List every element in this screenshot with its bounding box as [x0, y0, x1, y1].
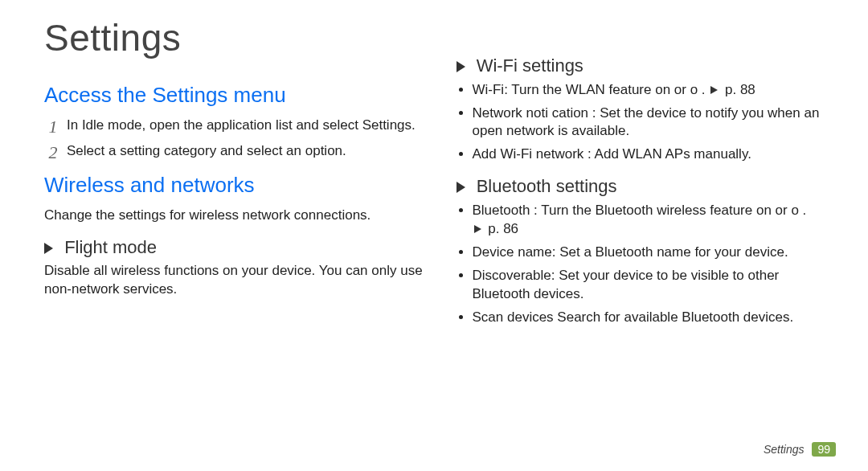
step-text: In Idle mode, open the application list …: [67, 117, 416, 133]
left-column: Settings Access the Settings menu 1 In I…: [44, 16, 424, 447]
bluetooth-settings-list: Bluetooth : Turn the Bluetooth wireless …: [457, 202, 837, 327]
list-item: Network noti cation : Set the device to …: [473, 104, 837, 141]
page-title: Settings: [44, 16, 424, 59]
item-text: Bluetooth : Turn the Bluetooth wireless …: [473, 203, 807, 218]
chevron-right-icon: [457, 182, 465, 193]
step-2: 2 Select a setting category and select a…: [44, 142, 424, 161]
step-1: 1 In Idle mode, open the application lis…: [44, 117, 424, 135]
step-number: 2: [44, 141, 62, 165]
manual-page: Settings Access the Settings menu 1 In I…: [0, 0, 868, 471]
section-wireless-networks: Wireless and networks: [44, 172, 424, 199]
step-number: 1: [44, 115, 62, 139]
flight-mode-desc: Disable all wireless functions on your d…: [44, 262, 424, 299]
subsection-title: Flight mode: [64, 237, 157, 257]
subsection-flight-mode: Flight mode: [44, 236, 424, 260]
chevron-right-icon: [44, 243, 53, 254]
access-steps-list: 1 In Idle mode, open the application lis…: [44, 117, 424, 162]
footer-page-number: 99: [812, 442, 836, 457]
list-item: Bluetooth : Turn the Bluetooth wireless …: [473, 202, 837, 239]
list-item: Device name: Set a Bluetooth name for yo…: [473, 244, 837, 262]
right-column: Wi-Fi settings Wi-Fi: Turn the WLAN feat…: [457, 16, 837, 447]
list-item: Wi-Fi: Turn the WLAN feature on or o . p…: [473, 81, 837, 100]
subsection-title: Bluetooth settings: [477, 176, 617, 196]
item-text: Wi-Fi: Turn the WLAN feature on or o .: [473, 82, 706, 97]
list-item: Add Wi-Fi network : Add WLAN APs manuall…: [473, 145, 837, 164]
chevron-right-icon: [457, 61, 465, 72]
footer-section-label: Settings: [764, 443, 805, 456]
wireless-networks-desc: Change the settings for wireless network…: [44, 207, 424, 225]
subsection-bluetooth-settings: Bluetooth settings: [457, 175, 837, 199]
wifi-settings-list: Wi-Fi: Turn the WLAN feature on or o . p…: [457, 81, 837, 165]
subsection-title: Wi-Fi settings: [477, 55, 583, 76]
section-access-settings: Access the Settings menu: [44, 82, 424, 109]
page-ref: p. 86: [488, 221, 518, 236]
list-item: Discoverable: Set your device to be visi…: [473, 267, 837, 304]
subsection-wifi-settings: Wi-Fi settings: [457, 55, 837, 78]
triangle-right-icon: [474, 225, 481, 233]
page-footer: Settings 99: [764, 442, 836, 457]
step-text: Select a setting category and select an …: [67, 143, 346, 158]
triangle-right-icon: [710, 86, 718, 94]
list-item: Scan devices Search for available Blueto…: [473, 309, 837, 327]
page-ref: p. 88: [725, 82, 755, 97]
